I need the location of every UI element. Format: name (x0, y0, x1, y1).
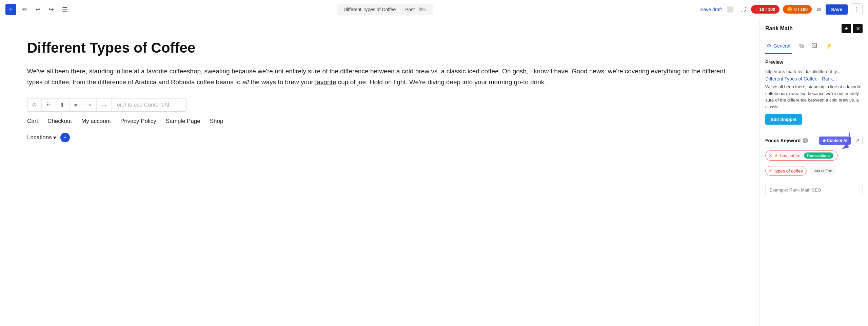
nav-item-privacy-policy[interactable]: Privacy Policy (120, 118, 156, 125)
preview-title[interactable]: Different Types of Coffee - Rank... (765, 76, 863, 82)
block-toolbar: ◎ ⠿ ⬆ ≡ ⇥ ⋯ or // to use Content AI (27, 98, 186, 112)
gear-icon: ⚙ (767, 42, 771, 49)
post-shortcut: ⌘K (419, 7, 426, 12)
content-ai-icon: ◈ (823, 138, 826, 143)
block-drag-button[interactable]: ⠿ (42, 98, 55, 111)
keyword-text-types-of-coffee: types of coffee (774, 168, 803, 174)
lightning-icon: ⚡ (826, 42, 832, 49)
post-info-type: Post (405, 7, 415, 12)
help-icon[interactable]: ? (803, 138, 808, 143)
nav-item-cart[interactable]: Cart (27, 118, 38, 125)
transactional-badge: Transactional (804, 152, 833, 159)
locations-dropdown[interactable]: Locations ▾ (27, 134, 56, 141)
edit-icon-button[interactable]: ✏ (20, 4, 29, 15)
block-move-button[interactable]: ⬆ (55, 98, 70, 111)
preview-description: We've all been there, standing in line a… (765, 84, 863, 110)
tab-general[interactable]: ⚙ General (765, 38, 792, 54)
keyword-row-2: ✕ types of coffee buy coffee (765, 165, 863, 177)
locations-label: Locations (27, 134, 52, 141)
keyword-text-buy-coffee: buy coffee (780, 153, 801, 158)
nav-item-shop[interactable]: Shop (210, 118, 223, 125)
remove-keyword-1-button[interactable]: ✕ (768, 153, 772, 158)
content-ai-label: Content AI (827, 138, 847, 143)
rank-math-sidebar: Rank Math ★ ✕ ⚙ General 🛍 🖼 ⚡ Prev (760, 19, 868, 326)
nav-item-my-account[interactable]: My account (81, 118, 111, 125)
sidebar-star-button[interactable]: ★ (842, 24, 851, 33)
sidebar-header: Rank Math ★ ✕ (760, 19, 868, 38)
tab-shopping[interactable]: 🛍 (797, 39, 805, 54)
post-body: We've all been there, standing in line a… (27, 66, 732, 87)
keyword-tag-types-of-coffee[interactable]: ✕ types of coffee (765, 166, 807, 176)
nav-item-sample-page[interactable]: Sample Page (166, 118, 200, 125)
locations-row: Locations ▾ + (27, 133, 732, 142)
sidebar-tabs: ⚙ General 🛍 🖼 ⚡ (760, 38, 868, 54)
block-indent-button[interactable]: ⇥ (82, 98, 97, 111)
preview-url: http://rank-math-test.local/different-ty… (765, 69, 863, 74)
preview-label: Preview (765, 59, 863, 65)
undo-button[interactable]: ↩ (34, 4, 43, 15)
keyword-input[interactable] (765, 184, 863, 196)
seo-score-value: 18 / 100 (760, 7, 775, 12)
suggestion-text: buy coffee (813, 168, 832, 173)
chevron-down-icon: ▾ (53, 134, 56, 141)
toolbar: + ✏ ↩ ↪ ☰ Different Types of Coffee · Po… (0, 0, 868, 19)
editor-area[interactable]: Different Types of Coffee We've all been… (0, 19, 760, 326)
seo-score-icon: ↑ (755, 7, 757, 12)
keyword-row-1: ✕ ★ buy coffee Transactional (765, 149, 863, 162)
focus-keyword-header: Focus Keyword ? ◈ Content AI ↗ (765, 136, 863, 145)
block-placeholder[interactable]: or // to use Content AI (112, 98, 186, 111)
redo-button[interactable]: ↪ (47, 4, 56, 15)
save-draft-button[interactable]: Save draft (700, 7, 722, 12)
nav-item-checkout[interactable]: Checkout (47, 118, 72, 125)
focus-keyword-section: Focus Keyword ? ◈ Content AI ↗ (760, 130, 868, 202)
toolbar-right: Save draft ⬜ ⛶ ↑ 18 / 100 😊 0 / 100 ⧉ Sa… (700, 3, 863, 15)
post-title[interactable]: Different Types of Coffee (27, 39, 732, 56)
seo-score-badge[interactable]: ↑ 18 / 100 (751, 5, 780, 14)
sidebar-close-button[interactable]: ✕ (853, 24, 863, 33)
add-block-button[interactable]: + (5, 4, 16, 15)
readability-score-value: 0 / 100 (794, 7, 808, 12)
image-icon: 🖼 (812, 43, 817, 49)
keyword-tags-container: ✕ ★ buy coffee Transactional ✕ types of … (765, 149, 863, 177)
nav-menu: Cart Checkout My account Privacy Policy … (27, 118, 732, 125)
sidebar-title: Rank Math (765, 25, 793, 32)
save-button[interactable]: Save (826, 4, 848, 15)
columns-icon-button[interactable]: ⧉ (815, 5, 822, 14)
block-settings-button[interactable]: ◎ (27, 98, 42, 111)
shopping-icon: 🛍 (798, 43, 804, 49)
preview-icon-button[interactable]: ⬜ (725, 4, 735, 14)
fullscreen-icon-button[interactable]: ⛶ (739, 5, 748, 14)
trend-button[interactable]: ↗ (853, 136, 863, 145)
add-location-button[interactable]: + (60, 133, 70, 142)
keyword-tag-buy-coffee[interactable]: ✕ ★ buy coffee Transactional (765, 150, 838, 161)
post-info[interactable]: Different Types of Coffee · Post ⌘K (337, 4, 433, 15)
main-layout: Different Types of Coffee We've all been… (0, 19, 868, 326)
content-ai-button[interactable]: ◈ Content AI (819, 137, 851, 145)
focus-keyword-actions: ◈ Content AI ↗ (819, 136, 863, 145)
post-info-separator: · (400, 7, 401, 12)
focus-keyword-text: Focus Keyword (765, 138, 801, 143)
readability-score-badge[interactable]: 😊 0 / 100 (783, 5, 812, 14)
toolbar-left: + ✏ ↩ ↪ ☰ (5, 4, 70, 15)
tab-schema[interactable]: ⚡ (824, 38, 834, 54)
preview-section: Preview http://rank-math-test.local/diff… (760, 54, 868, 130)
more-options-button[interactable]: ⋮ (851, 3, 863, 15)
star-icon: ★ (774, 153, 778, 158)
edit-snippet-button[interactable]: Edit Snippet (765, 114, 802, 125)
tab-general-label: General (773, 43, 790, 49)
block-more-button[interactable]: ⋯ (97, 98, 112, 111)
menu-button[interactable]: ☰ (60, 4, 70, 15)
block-align-button[interactable]: ≡ (70, 99, 82, 111)
tab-social[interactable]: 🖼 (811, 39, 819, 54)
readability-score-icon: 😊 (787, 7, 792, 12)
toolbar-center: Different Types of Coffee · Post ⌘K (337, 4, 433, 15)
sidebar-header-right: ★ ✕ (842, 24, 863, 33)
post-info-title: Different Types of Coffee (343, 7, 396, 12)
trend-icon: ↗ (856, 138, 860, 143)
focus-keyword-label: Focus Keyword ? (765, 138, 808, 143)
suggestion-tag-buy-coffee[interactable]: buy coffee (810, 167, 835, 174)
remove-keyword-2-button[interactable]: ✕ (768, 168, 772, 174)
